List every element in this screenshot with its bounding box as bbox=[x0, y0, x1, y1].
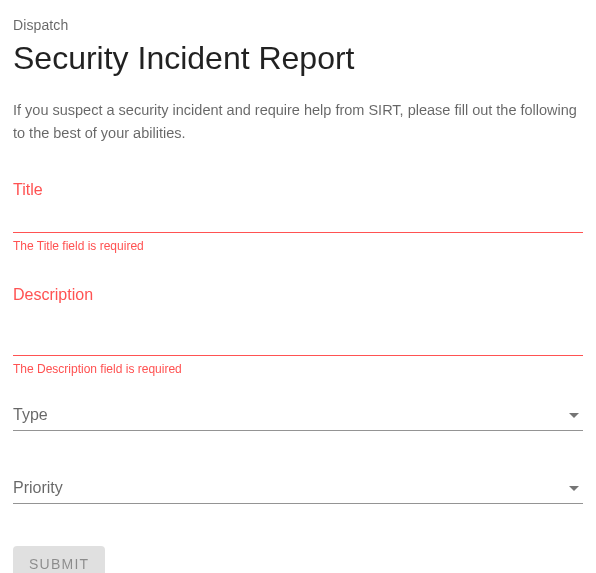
priority-select[interactable]: Priority bbox=[13, 473, 583, 503]
description-underline bbox=[13, 355, 583, 356]
priority-underline bbox=[13, 503, 583, 504]
description-input[interactable] bbox=[13, 313, 583, 355]
description-error: The Description field is required bbox=[13, 362, 583, 376]
app-overline: Dispatch bbox=[13, 16, 583, 35]
title-label: Title bbox=[13, 180, 583, 200]
intro-text: If you suspect a security incident and r… bbox=[13, 99, 583, 144]
page-title: Security Incident Report bbox=[13, 35, 583, 81]
title-input[interactable] bbox=[13, 208, 583, 232]
submit-button[interactable]: Submit bbox=[13, 546, 105, 573]
title-underline bbox=[13, 232, 583, 233]
chevron-down-icon bbox=[569, 413, 579, 418]
type-label: Type bbox=[13, 405, 48, 425]
type-underline bbox=[13, 430, 583, 431]
type-field[interactable]: Type bbox=[13, 400, 583, 431]
title-field[interactable]: Title The Title field is required bbox=[13, 180, 583, 253]
title-error: The Title field is required bbox=[13, 239, 583, 253]
type-select[interactable]: Type bbox=[13, 400, 583, 430]
description-field[interactable]: Description The Description field is req… bbox=[13, 285, 583, 376]
description-label: Description bbox=[13, 285, 583, 305]
priority-label: Priority bbox=[13, 478, 63, 498]
priority-field[interactable]: Priority bbox=[13, 473, 583, 504]
chevron-down-icon bbox=[569, 486, 579, 491]
report-form-container: Dispatch Security Incident Report If you… bbox=[0, 0, 596, 573]
